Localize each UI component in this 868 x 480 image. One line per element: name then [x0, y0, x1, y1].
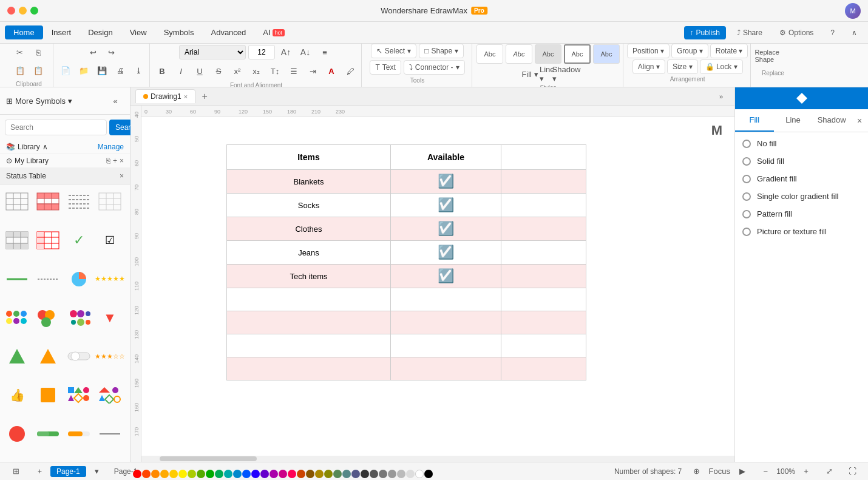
- zoom-in-button[interactable]: +: [798, 463, 815, 480]
- style-thumb-5[interactable]: Abc: [593, 44, 620, 64]
- manage-link[interactable]: Manage: [98, 143, 124, 151]
- sym-color-circles[interactable]: [35, 305, 61, 331]
- style-thumb-4[interactable]: Abc: [564, 44, 591, 64]
- color-indigo[interactable]: [251, 470, 260, 478]
- sym-light-table[interactable]: [97, 188, 123, 215]
- color-orange[interactable]: [151, 470, 160, 478]
- user-avatar[interactable]: M: [845, 3, 861, 19]
- fullscreen-button[interactable]: ⛶: [844, 463, 861, 480]
- color-white[interactable]: [415, 470, 424, 478]
- gradient-fill-option[interactable]: Gradient fill: [742, 170, 861, 188]
- close-lib-icon[interactable]: ×: [120, 157, 124, 165]
- picture-fill-option[interactable]: Picture or texture fill: [742, 223, 861, 240]
- sym-box[interactable]: [35, 382, 61, 408]
- pattern-fill-radio[interactable]: [742, 210, 751, 218]
- sym-toggle[interactable]: [66, 343, 92, 370]
- tab-close-icon[interactable]: ×: [184, 93, 188, 100]
- sym-pie-chart[interactable]: [66, 266, 92, 292]
- sym-dashed-lines[interactable]: [66, 188, 92, 215]
- style-thumb-2[interactable]: Abc: [506, 44, 532, 64]
- sym-stars[interactable]: ★★★★★: [97, 266, 123, 292]
- color-yellow-orange[interactable]: [169, 470, 178, 478]
- cell-blankets-check[interactable]: ☑️: [391, 170, 501, 194]
- sym-circles[interactable]: [4, 305, 30, 331]
- rotate-button[interactable]: Rotate ▾: [710, 44, 748, 58]
- fit-page-button[interactable]: ⤢: [821, 463, 838, 480]
- font-size-input[interactable]: [248, 45, 275, 59]
- superscript-button[interactable]: x²: [229, 63, 246, 79]
- undo-button[interactable]: ↩: [84, 44, 101, 61]
- color-dark-brown[interactable]: [306, 470, 314, 478]
- sym-multi-circles[interactable]: [66, 305, 92, 331]
- sym-orange-bar[interactable]: [66, 421, 92, 447]
- color-sage[interactable]: [333, 470, 342, 478]
- increase-font-button[interactable]: A↑: [277, 44, 294, 61]
- sym-thumbs-up[interactable]: 👍: [4, 382, 30, 408]
- subscript-button[interactable]: x₂: [248, 63, 265, 79]
- sym-mixed-shapes[interactable]: [66, 382, 92, 408]
- lock-button[interactable]: 🔒 Lock ▾: [700, 59, 743, 74]
- sym-red-circle[interactable]: [4, 421, 30, 447]
- share-button[interactable]: ⤴ Share: [731, 26, 768, 39]
- search-input[interactable]: [5, 120, 107, 135]
- cell-empty2-check[interactable]: [391, 311, 501, 334]
- cell-empty1[interactable]: [227, 288, 391, 311]
- menu-item-advanced[interactable]: Advanced: [202, 25, 254, 39]
- color-lighter-gray[interactable]: [406, 470, 415, 478]
- strikethrough-button[interactable]: S: [210, 63, 227, 79]
- fill-style-button[interactable]: Fill ▾: [521, 66, 538, 83]
- menu-item-design[interactable]: Design: [80, 25, 121, 39]
- color-purple[interactable]: [260, 470, 269, 478]
- font-family-select[interactable]: Arial: [179, 45, 246, 59]
- color-mid-gray[interactable]: [379, 470, 387, 478]
- color-lime[interactable]: [188, 470, 196, 478]
- shadow-tab[interactable]: Shadow: [812, 109, 851, 132]
- menu-item-insert[interactable]: Insert: [43, 25, 80, 39]
- indent-button[interactable]: ⇥: [304, 63, 321, 79]
- cell-clothes-check[interactable]: ☑️: [391, 217, 501, 241]
- expand-button[interactable]: ∧: [846, 26, 863, 39]
- section-close-icon[interactable]: ×: [120, 172, 124, 180]
- group-button[interactable]: Group ▾: [671, 44, 708, 58]
- tab-add-button[interactable]: +: [198, 90, 211, 103]
- sym-shape-combo[interactable]: [97, 382, 123, 408]
- color-red[interactable]: [133, 470, 141, 478]
- options-button[interactable]: ⚙ Options: [773, 26, 819, 39]
- color-slate[interactable]: [342, 470, 351, 478]
- color-yellow[interactable]: [178, 470, 187, 478]
- drawing-tab[interactable]: Drawing1 ×: [135, 89, 195, 103]
- font-color-button[interactable]: A: [323, 63, 340, 79]
- fill-tab[interactable]: Fill: [735, 109, 774, 132]
- color-silver[interactable]: [388, 470, 396, 478]
- sym-line-2[interactable]: [35, 266, 61, 292]
- add-lib-icon[interactable]: +: [113, 157, 117, 165]
- close-window-button[interactable]: [7, 7, 15, 15]
- color-gold[interactable]: [315, 470, 324, 478]
- copy-button[interactable]: ⎘: [30, 44, 47, 61]
- color-dark-gray[interactable]: [361, 470, 369, 478]
- print-button[interactable]: 🖨: [112, 62, 129, 79]
- align-button[interactable]: ≡: [316, 44, 333, 61]
- save-button[interactable]: 💾: [93, 62, 110, 79]
- menu-item-home[interactable]: Home: [5, 25, 43, 39]
- size-button[interactable]: Size ▾: [667, 59, 698, 74]
- color-blue[interactable]: [242, 470, 251, 478]
- pattern-fill-option[interactable]: Pattern fill: [742, 205, 861, 223]
- underline-button[interactable]: U: [191, 63, 208, 79]
- sym-checkbox-checked[interactable]: ☑: [97, 227, 123, 254]
- color-sky[interactable]: [233, 470, 242, 478]
- page-add-button[interactable]: +: [32, 466, 48, 477]
- sym-triangle-orange[interactable]: [35, 343, 61, 370]
- bold-button[interactable]: B: [154, 63, 171, 79]
- cell-empty3-check[interactable]: [391, 334, 501, 357]
- cell-tech[interactable]: Tech items: [227, 265, 391, 288]
- color-emerald[interactable]: [215, 470, 223, 478]
- collapse-panel-button[interactable]: »: [713, 88, 730, 105]
- replace-shape-button[interactable]: Replace Shape: [754, 44, 791, 68]
- paste-button[interactable]: 📋: [12, 62, 29, 79]
- sym-down-arrow[interactable]: ▼: [97, 305, 123, 331]
- sym-green-bar[interactable]: [35, 421, 61, 447]
- no-fill-option[interactable]: No fill: [742, 135, 861, 152]
- align-button2[interactable]: Align ▾: [632, 59, 665, 74]
- cell-tech-check[interactable]: ☑️: [391, 265, 501, 288]
